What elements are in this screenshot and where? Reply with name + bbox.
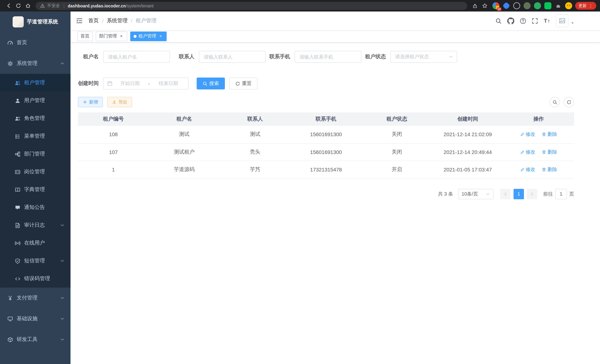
page-number-1[interactable]: 1 — [514, 189, 524, 199]
reset-button[interactable]: 重置 — [229, 78, 258, 89]
not-secure-label[interactable]: 不安全 — [47, 3, 60, 9]
sidebar-item-system-management[interactable]: 系统管理 — [0, 53, 71, 74]
sidebar-item-payment-management[interactable]: 支付管理 — [0, 288, 71, 308]
export-button[interactable]: 导出 — [107, 97, 132, 107]
edit-link[interactable]: 修改 — [520, 131, 535, 138]
address-bar-divider — [64, 3, 64, 8]
browser-update-button[interactable]: 更新 ⋮ — [575, 2, 596, 10]
pagination: 共 3 条 10条/页 1 前往 页 — [78, 189, 574, 199]
sidebar-item-tenant-management[interactable]: 租户管理 — [0, 74, 71, 92]
cell-mobile: 15601691300 — [291, 143, 361, 161]
tag-department-management[interactable]: 部门管理 × — [96, 31, 127, 41]
search-button[interactable]: 搜索 — [197, 78, 225, 89]
browser-extensions: 10 — [492, 2, 572, 9]
refresh-table-button[interactable] — [564, 97, 574, 107]
extension-dark-ring-icon[interactable] — [513, 2, 520, 9]
sidebar-item-audit-log[interactable]: 审计日志 — [0, 216, 71, 234]
contact-mobile-input[interactable] — [295, 51, 361, 63]
extension-colorful-icon[interactable]: 10 — [492, 2, 499, 9]
browser-back-button[interactable] — [4, 1, 13, 10]
contact-mobile-label: 联系手机 — [269, 53, 295, 60]
sidebar-item-label: 角色管理 — [24, 115, 45, 122]
add-button[interactable]: 新增 — [78, 97, 103, 107]
download-icon — [112, 100, 116, 104]
delete-link[interactable]: 删除 — [542, 149, 557, 155]
chevron-left-icon — [503, 192, 508, 196]
page-size-select[interactable]: 10条/页 — [458, 189, 494, 199]
sidebar-item-notice[interactable]: 通知公告 — [0, 198, 71, 216]
browser-reload-button[interactable] — [13, 1, 23, 10]
sidebar-item-label: 首页 — [17, 39, 27, 46]
sidebar-item-dict-management[interactable]: 字典管理 — [0, 181, 71, 198]
sidebar-submenu-system: 租户管理 用户管理 角色管理 菜单管理 — [0, 74, 71, 288]
delete-link[interactable]: 删除 — [542, 166, 557, 173]
sidebar-item-devtools[interactable]: 研发工具 — [0, 329, 71, 350]
breadcrumb: 首页 / 系统管理 / 租户管理 — [88, 18, 157, 24]
sidebar-item-sms-management[interactable]: 短信管理 — [0, 252, 71, 270]
prev-page-button[interactable] — [500, 189, 511, 199]
extension-green-circle-icon[interactable] — [534, 2, 541, 9]
extensions-puzzle-icon[interactable] — [555, 2, 562, 9]
search-icon[interactable] — [495, 18, 502, 24]
browser-chrome: 不安全 dashboard.yudao.iocoder.cn/system/te… — [0, 0, 600, 11]
delete-link[interactable]: 删除 — [542, 131, 557, 138]
github-icon[interactable] — [507, 17, 514, 24]
goto-page-input[interactable] — [555, 189, 567, 199]
sidebar-item-user-management[interactable]: 用户管理 — [0, 92, 71, 110]
breadcrumb-current: 租户管理 — [136, 18, 157, 24]
edit-link[interactable]: 修改 — [520, 166, 535, 173]
sidebar-item-label: 在线用户 — [24, 240, 45, 246]
page-url[interactable]: dashboard.yudao.iocoder.cn/system/tenant — [68, 3, 154, 8]
font-size-icon[interactable] — [544, 18, 550, 24]
browser-profile-avatar[interactable] — [565, 2, 572, 9]
reset-button-label: 重置 — [242, 80, 252, 87]
fullscreen-icon[interactable] — [532, 18, 538, 24]
avatar[interactable] — [556, 14, 568, 27]
sidebar-item-role-management[interactable]: 角色管理 — [0, 110, 71, 127]
extension-green-square-icon[interactable] — [544, 2, 551, 9]
end-date-placeholder[interactable]: 结束日期 — [152, 80, 184, 87]
extension-blue-icon[interactable] — [502, 2, 510, 10]
url-domain: dashboard.yudao.iocoder.cn — [68, 3, 126, 8]
tenant-name-input[interactable] — [103, 51, 170, 63]
sidebar-item-post-management[interactable]: 岗位管理 — [0, 163, 71, 181]
edit-link[interactable]: 修改 — [520, 149, 535, 155]
next-page-button[interactable] — [527, 189, 537, 199]
toggle-search-button[interactable] — [550, 97, 560, 107]
sidebar-item-label: 审计日志 — [24, 222, 45, 229]
cell-actions: 修改 删除 — [503, 143, 574, 161]
sidebar-item-infrastructure[interactable]: 基础设施 — [0, 308, 71, 329]
close-icon[interactable]: × — [119, 34, 124, 39]
tag-tenant-management[interactable]: 租户管理 × — [130, 31, 167, 41]
contact-input[interactable] — [199, 51, 266, 63]
chevron-down-icon — [60, 317, 65, 321]
col-mobile: 联系手机 — [291, 112, 361, 126]
breadcrumb-home[interactable]: 首页 — [88, 18, 99, 24]
address-bar[interactable]: 不安全 dashboard.yudao.iocoder.cn/system/te… — [36, 2, 467, 10]
delete-label: 删除 — [547, 166, 557, 173]
broken-image-icon — [559, 18, 565, 24]
tenant-status-select[interactable]: 请选择租户状态 — [390, 51, 457, 63]
logo-image — [12, 16, 24, 28]
browser-menu-kebab-icon[interactable]: ⋮ — [589, 3, 593, 8]
browser-home-button[interactable] — [23, 1, 33, 10]
help-question-icon[interactable] — [520, 18, 526, 24]
sidebar-item-menu-management[interactable]: 菜单管理 — [0, 127, 71, 145]
share-button[interactable] — [470, 1, 480, 10]
sidebar-item-online-users[interactable]: 在线用户 — [0, 234, 71, 252]
infrastructure-icon — [7, 316, 13, 322]
app-logo[interactable]: 芋道管理系统 — [0, 11, 71, 32]
sidebar-item-department-management[interactable]: 部门管理 — [0, 145, 71, 163]
user-avatar-dropdown[interactable] — [556, 14, 575, 27]
bookmark-star-button[interactable] — [480, 1, 489, 10]
sidebar-item-home[interactable]: 首页 — [0, 32, 71, 53]
create-time-range-picker[interactable]: 开始日期 - 结束日期 — [103, 78, 188, 89]
sidebar-item-error-code-management[interactable]: 错误码管理 — [0, 270, 71, 288]
start-date-placeholder[interactable]: 开始日期 — [114, 80, 146, 87]
extension-olive-icon[interactable] — [524, 2, 531, 9]
close-icon[interactable]: × — [158, 34, 163, 39]
create-time-label: 创建时间 — [78, 80, 103, 87]
sidebar-collapse-button[interactable] — [71, 11, 88, 30]
tag-home[interactable]: 首页 — [77, 31, 93, 41]
delete-label: 删除 — [547, 131, 557, 138]
